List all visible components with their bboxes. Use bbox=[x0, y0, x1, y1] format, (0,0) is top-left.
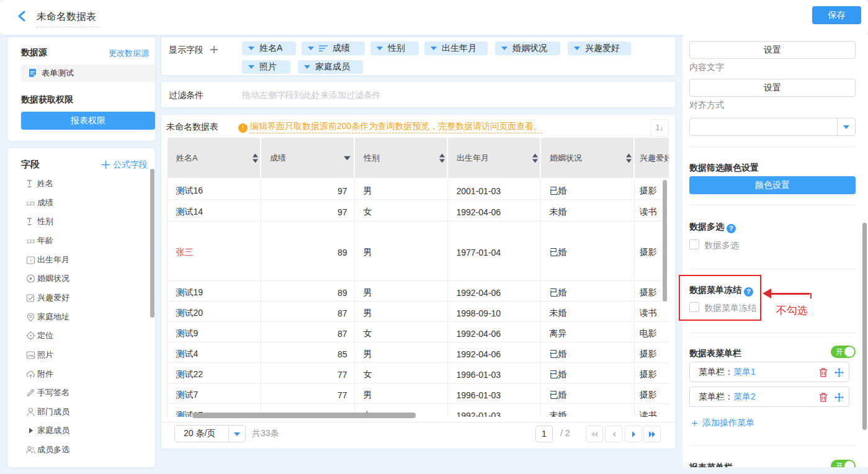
svg-text:7: 7 bbox=[29, 258, 32, 264]
svg-text:123: 123 bbox=[26, 200, 35, 207]
svg-text:123: 123 bbox=[26, 238, 35, 244]
